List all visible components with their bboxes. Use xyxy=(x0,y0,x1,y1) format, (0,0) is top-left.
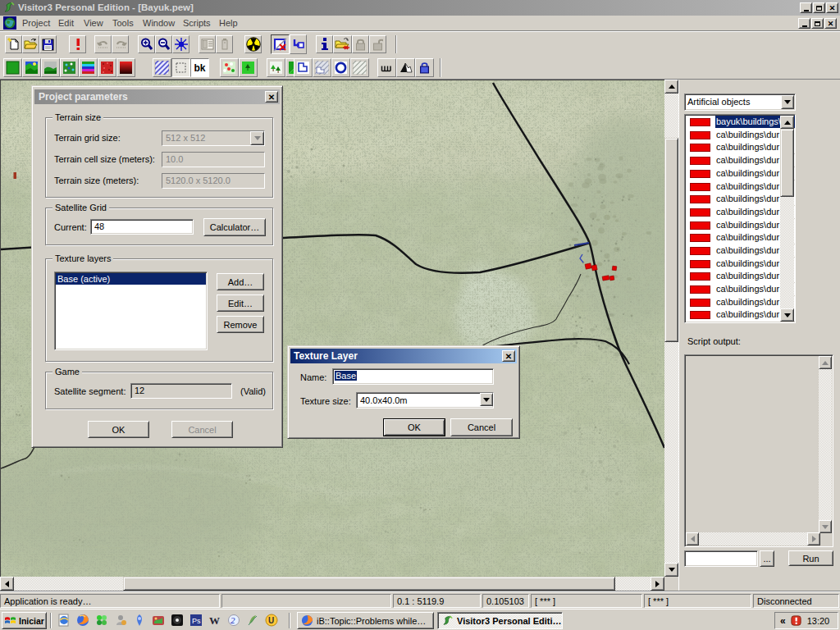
svg-text:Ps: Ps xyxy=(192,617,201,625)
svg-text:U: U xyxy=(268,616,274,625)
svg-text:W: W xyxy=(209,614,220,627)
svg-text:2: 2 xyxy=(231,615,235,625)
